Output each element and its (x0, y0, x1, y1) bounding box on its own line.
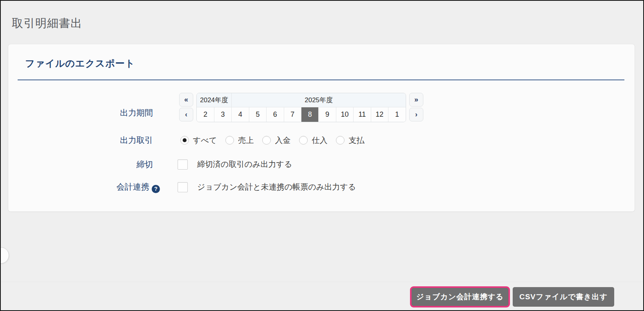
month-cell[interactable]: 4 (232, 107, 249, 122)
period-nav-right: » › (409, 93, 423, 121)
radio-option-all[interactable]: すべて (180, 135, 217, 146)
export-card-heading: ファイルのエクスポート (25, 57, 135, 70)
export-card: ファイルのエクスポート 出力期間 « ‹ 2024年度 2025年度 2 3 4 (8, 44, 635, 212)
jobcan-accounting-link-button[interactable]: ジョブカン会計連携する (410, 286, 510, 307)
month-cell[interactable]: 9 (319, 107, 336, 122)
period-table: 2024年度 2025年度 2 3 4 5 6 7 8 9 10 11 (196, 93, 406, 122)
side-drawer-handle[interactable] (0, 247, 9, 264)
period-picker: « ‹ 2024年度 2025年度 2 3 4 5 6 7 (179, 93, 423, 122)
month-cell[interactable]: 8 (301, 107, 318, 122)
closing-label: 締切 (40, 159, 153, 170)
radio-option-payment[interactable]: 支払 (336, 135, 364, 146)
output-transaction-label: 出力取引 (40, 135, 153, 146)
month-cell[interactable]: 11 (354, 107, 371, 122)
accounting-link-checkbox[interactable] (178, 182, 188, 192)
radio-option-purchase[interactable]: 仕入 (299, 135, 327, 146)
transaction-type-radio-group: すべて 売上 入金 仕入 支払 (180, 134, 364, 146)
footer-divider (1, 282, 643, 282)
period-nav-left: « ‹ (179, 93, 193, 121)
radio-icon[interactable] (262, 136, 271, 145)
csv-export-button[interactable]: CSVファイルで書き出す (513, 287, 614, 307)
prev-year-button[interactable]: « (179, 93, 193, 107)
transaction-export-page: 取引明細書出 ファイルのエクスポート 出力期間 « ‹ 2024年度 2025年… (0, 0, 644, 311)
month-cell[interactable]: 12 (371, 107, 388, 122)
month-cell[interactable]: 1 (388, 107, 406, 122)
radio-option-deposit[interactable]: 入金 (262, 135, 290, 146)
month-cell[interactable]: 7 (284, 107, 301, 122)
month-cell[interactable]: 5 (249, 107, 266, 122)
closing-checkbox[interactable] (178, 159, 188, 170)
month-cell[interactable]: 3 (214, 107, 231, 122)
year-cell[interactable]: 2025年度 (232, 93, 406, 107)
radio-option-sales[interactable]: 売上 (225, 135, 254, 146)
month-cell[interactable]: 6 (267, 107, 284, 122)
page-title: 取引明細書出 (12, 16, 82, 31)
radio-icon[interactable] (336, 136, 345, 145)
heading-underline (18, 80, 624, 80)
radio-icon[interactable] (299, 136, 308, 145)
prev-month-button[interactable]: ‹ (179, 108, 193, 121)
accounting-link-checkbox-row[interactable]: ジョブカン会計と未連携の帳票のみ出力する (178, 182, 356, 192)
next-year-button[interactable]: » (409, 93, 423, 107)
radio-icon[interactable] (180, 136, 189, 145)
output-period-label: 出力期間 (40, 107, 153, 118)
radio-icon[interactable] (225, 136, 234, 145)
accounting-link-label: 会計連携? (40, 181, 160, 193)
month-cell[interactable]: 10 (336, 107, 353, 122)
month-cell[interactable]: 2 (197, 107, 214, 122)
closing-checkbox-row[interactable]: 締切済の取引のみ出力する (178, 159, 292, 170)
next-month-button[interactable]: › (409, 108, 423, 121)
year-cell[interactable]: 2024年度 (197, 93, 232, 107)
help-icon[interactable]: ? (152, 185, 160, 193)
